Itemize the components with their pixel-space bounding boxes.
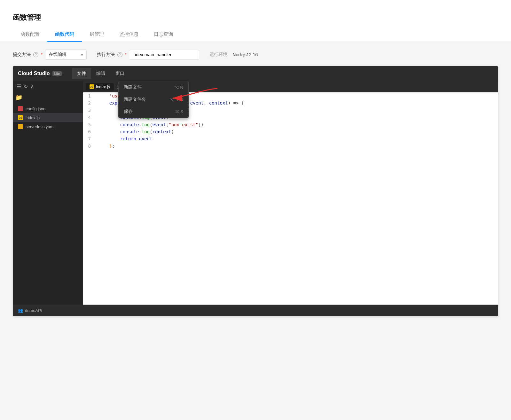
tab-code[interactable]: 函数代码 (47, 27, 82, 42)
exec-method-field: 执行方法 ? * (97, 50, 200, 59)
submit-method-help-icon[interactable]: ? (33, 52, 38, 57)
config-json-icon (18, 106, 23, 111)
new-file-label: 新建文件 (124, 84, 142, 90)
submit-method-label: 提交方法 (13, 52, 31, 58)
code-line-8: 8 }; (83, 143, 498, 150)
tab-layer[interactable]: 层管理 (82, 27, 112, 42)
folder-icon: 📁 (15, 94, 22, 101)
open-file-indicator: 📁 (13, 92, 83, 103)
ide-bottom-bar: 👥 demoAPi (13, 305, 498, 316)
ide-menu: 文件 编辑 窗口 (72, 68, 130, 79)
submit-method-value: 在线编辑 (49, 52, 67, 58)
file-index-js[interactable]: JS index.js (13, 113, 83, 122)
exec-required: * (125, 52, 127, 57)
tab-icon-js: JS (90, 84, 94, 89)
menu-window[interactable]: 窗口 (110, 68, 130, 79)
dropdown-arrow-icon: ▾ (81, 52, 83, 57)
editor-tab-index-js[interactable]: JS index.js (86, 83, 114, 90)
people-icon: 👥 (18, 308, 23, 313)
ide-container: Cloud Studio Lite 文件 编辑 窗口 新建文件 ⌥ N 新建文件… (13, 66, 498, 316)
new-folder-label: 新建文件夹 (124, 97, 146, 102)
ide-titlebar: Cloud Studio Lite 文件 编辑 窗口 新建文件 ⌥ N 新建文件… (13, 66, 498, 81)
index-js-icon: JS (18, 115, 23, 120)
arrow-annotation (169, 85, 221, 106)
code-line-5: 5 console.log(event["non-exist"]) (83, 121, 498, 128)
menu-file[interactable]: 文件 (72, 68, 91, 79)
ide-sidebar: ☰ ↻ ∧ 📁 config.json JS index.js (13, 81, 83, 305)
page-header: 函数管理 函数配置 函数代码 层管理 监控信息 日志查询 (0, 0, 511, 42)
refresh-icon[interactable]: ↻ (24, 83, 28, 89)
submit-method-field: 提交方法 ? * 在线编辑 ▾ (13, 50, 87, 60)
exec-method-input[interactable] (129, 50, 199, 59)
serverless-yaml-name: serverless.yaml (26, 124, 54, 129)
collapse-icon[interactable]: ∧ (30, 83, 34, 89)
lite-badge: Lite (52, 71, 62, 76)
bottom-user-name: demoAPi (25, 308, 42, 313)
tab-config[interactable]: 函数配置 (13, 27, 47, 42)
runtime-field: 运行环境 Nodejs12.16 (209, 52, 258, 58)
runtime-value: Nodejs12.16 (232, 52, 258, 57)
exec-method-help-icon[interactable]: ? (117, 52, 122, 57)
bottom-user: 👥 demoAPi (18, 308, 42, 313)
file-tree-icon[interactable]: ☰ (17, 83, 21, 89)
code-line-6: 6 console.log(context) (83, 128, 498, 135)
file-serverless-yaml[interactable]: serverless.yaml (13, 122, 83, 131)
menu-edit[interactable]: 编辑 (91, 68, 110, 79)
config-row: 提交方法 ? * 在线编辑 ▾ 执行方法 ? * 运行环境 Nodejs12.1… (13, 50, 498, 60)
page-title: 函数管理 (13, 6, 498, 27)
tabs-nav: 函数配置 函数代码 层管理 监控信息 日志查询 (13, 27, 498, 42)
serverless-yaml-icon (18, 124, 23, 129)
index-js-name: index.js (26, 115, 40, 120)
file-config-json[interactable]: config.json (13, 104, 83, 113)
editor-tab-label: index.js (96, 84, 110, 89)
ide-body: ☰ ↻ ∧ 📁 config.json JS index.js (13, 81, 498, 305)
ide-brand-text: Cloud Studio (18, 71, 50, 76)
submit-required: * (41, 52, 43, 57)
runtime-label: 运行环境 (209, 52, 227, 58)
exec-method-label: 执行方法 (97, 52, 115, 58)
tab-log[interactable]: 日志查询 (146, 27, 181, 42)
save-shortcut: ⌘ S (175, 109, 183, 114)
sidebar-toolbar: ☰ ↻ ∧ (13, 81, 83, 92)
submit-method-select[interactable]: 在线编辑 ▾ (45, 50, 87, 60)
content-area: 提交方法 ? * 在线编辑 ▾ 执行方法 ? * 运行环境 Nodejs12.1… (0, 42, 511, 324)
config-json-name: config.json (26, 106, 45, 111)
code-line-7: 7 return event (83, 135, 498, 142)
file-list: config.json JS index.js serverless.yaml (13, 104, 83, 131)
save-label: 保存 (124, 109, 133, 114)
code-area[interactable]: 1 'use strict'; 2 exports.main_handler =… (83, 92, 498, 305)
ide-brand: Cloud Studio Lite (18, 71, 62, 76)
tab-monitor[interactable]: 监控信息 (112, 27, 146, 42)
save-item[interactable]: 保存 ⌘ S (119, 105, 188, 118)
